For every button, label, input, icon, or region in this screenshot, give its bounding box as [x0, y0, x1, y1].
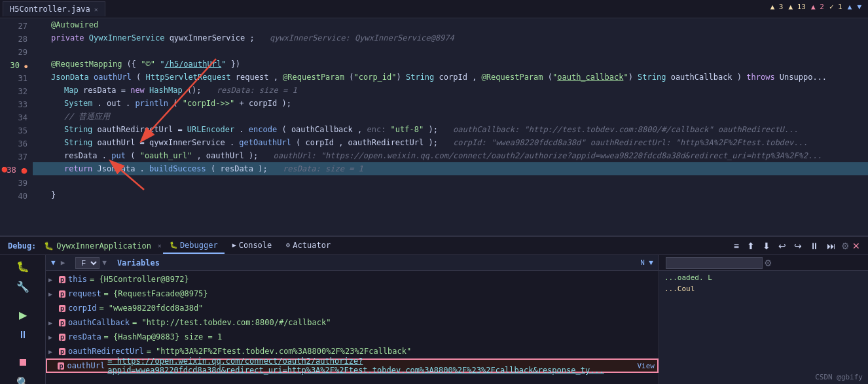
line-28: 28 [0, 33, 27, 46]
line-36: 36 [0, 137, 27, 150]
nav-up-icon[interactable]: ▲ [848, 3, 852, 11]
code-line-37: resData . put ( "oauth_url" , oauthUrl )… [33, 149, 868, 162]
var-row-this[interactable]: ▶ p this = {H5Controller@8972} [46, 272, 659, 287]
line-38-breakpoint: 38 🔴 [0, 164, 27, 177]
right-panel-settings[interactable]: ⚙ [764, 258, 772, 268]
var-icon-oauthurl: p [58, 362, 64, 370]
console-tab[interactable]: ▶ Console [226, 238, 279, 254]
debug-panel: Debug: 🐛 QywxInnerApplication ✕ 🐛 Debugg… [0, 236, 868, 384]
code-line-35: String oauthRedirectUrl = URLEncoder . e… [33, 123, 868, 136]
code-line-27: @Autowired [33, 18, 868, 31]
editor-area: H5Controller.java ✕ ▲ 3 ▲ 13 ▲ 2 ✓ 1 ▲ ▼… [0, 0, 868, 236]
debug-close-btn[interactable]: ✕ [852, 241, 860, 251]
debug-label: Debug: [3, 241, 41, 251]
debug-step-into-btn[interactable]: ⬇ [760, 239, 773, 253]
actuator-label: Actuator [293, 241, 331, 250]
code-line-34: // 普通应用 [33, 110, 868, 123]
var-row-corpid[interactable]: p corpId = "wwea98220fdcd8a38d" [46, 301, 659, 315]
warning-count-2: ▲ 13 [789, 3, 806, 11]
debug-resume-btn[interactable]: ≡ [731, 239, 742, 253]
var-icon-oauthcallback: p [59, 319, 65, 326]
var-expand-request[interactable]: ▶ [48, 290, 56, 298]
code-line-28: private QywxInnerService qywxInnerServic… [33, 31, 868, 44]
var-icon-request: p [59, 290, 65, 298]
debug-right-content: ...oaded. L ...Coul [659, 271, 868, 384]
search-input[interactable] [669, 259, 759, 267]
app-tab-close[interactable]: ✕ [158, 242, 162, 249]
line-27: 27 [0, 20, 27, 33]
var-row-request[interactable]: ▶ p request = {RequestFacade@8975} [46, 287, 659, 301]
line-29: 29 [0, 46, 27, 59]
var-row-oauthurl[interactable]: p oauthUrl = https://open.weixin.qq.com/… [46, 358, 659, 373]
line-30: 30 ● [0, 59, 27, 72]
variables-panel: ▼ ▶ F ▼ Variables N ▼ ▶ p this = {H5Cont [46, 255, 659, 384]
filter-row: F ▼ [70, 256, 112, 270]
sidebar-tool-icon[interactable]: 🔧 [1, 278, 44, 296]
code-line-36: String oauthUrl = qywxInnerService . get… [33, 136, 868, 149]
debugger-label: Debugger [180, 241, 218, 250]
debugger-icon: 🐛 [170, 241, 177, 249]
debug-step-out-btn[interactable]: ↩ [776, 239, 789, 253]
csdn-watermark: CSDN @gbify [815, 373, 863, 381]
sidebar-unknown-btn[interactable]: 🔍 [1, 374, 44, 384]
sidebar-debug-icon[interactable]: 🐛 [1, 258, 44, 275]
filter-label: ▼ [102, 258, 107, 267]
debug-right-header: ⚙ [659, 255, 868, 271]
sidebar-pause-btn[interactable]: ⏸ [1, 326, 44, 343]
code-line-38: return JsonData . buildSuccess ( resData… [33, 162, 868, 175]
code-container: 27 28 29 30 ● 31 32 33 34 35 36 37 38 🔴 … [0, 18, 868, 236]
line-33: 33 [0, 98, 27, 111]
variables-list: ▶ p this = {H5Controller@8972} ▶ p reque… [46, 271, 659, 384]
debug-frames-btn[interactable]: ⏭ [824, 239, 839, 253]
filter-select[interactable]: F [75, 257, 99, 269]
code-line-32: Map resData = new HashMap (); resData: s… [33, 84, 868, 97]
line-39: 39 [0, 177, 27, 190]
actuator-icon: ⚙ [286, 241, 290, 249]
variables-more-btn[interactable]: N ▼ [640, 258, 653, 267]
nav-down-icon[interactable]: ▼ [857, 3, 861, 11]
debug-left-sidebar: 🐛 🔧 ▶ ⏸ ⏹ 🔍 oauthy [0, 255, 46, 384]
right-arrow[interactable]: ▶ [61, 258, 65, 267]
code-line-33: System . out . println ( "corpId->>" + c… [33, 97, 868, 110]
var-expand-corpid [48, 305, 56, 312]
warning-count-1: ▲ 3 [770, 3, 784, 11]
console-label: Console [239, 241, 272, 250]
var-row-oauthcallback[interactable]: ▶ p oauthCallback = "http://test.tobdev.… [46, 315, 659, 330]
line-40: 40 [0, 190, 27, 203]
var-row-resdata[interactable]: ▶ p resData = {HashMap@9883} size = 1 [46, 330, 659, 344]
code-line-29 [33, 44, 868, 58]
tab-label: H5Controller.java [10, 5, 90, 14]
check-count: ✓ 1 [829, 3, 842, 11]
actuator-tab[interactable]: ⚙ Actuator [280, 238, 337, 254]
debug-toolbar: ≡ ⬆ ⬇ ↩ ↪ ⏸ ⏭ ⚙ ✕ [731, 239, 865, 253]
var-icon-this: p [59, 276, 65, 283]
error-count: ▲ 2 [811, 3, 824, 11]
var-view-oauthurl[interactable]: View [638, 362, 655, 370]
editor-tab-bar: H5Controller.java ✕ ▲ 3 ▲ 13 ▲ 2 ✓ 1 ▲ ▼ [0, 0, 868, 18]
line-32: 32 [0, 85, 27, 98]
loaded-text: ...oaded. L [664, 273, 863, 282]
var-expand-this[interactable]: ▶ [48, 276, 56, 283]
sidebar-stop-btn[interactable]: ⏹ [1, 354, 44, 371]
debug-run-cursor-btn[interactable]: ↪ [791, 239, 805, 253]
debug-tab-bar: Debug: 🐛 QywxInnerApplication ✕ 🐛 Debugg… [0, 237, 868, 255]
code-line-31: JsonData oauthUrl ( HttpServletRequest r… [33, 71, 868, 84]
var-expand-oauthcallback[interactable]: ▶ [48, 319, 56, 326]
sidebar-play-btn[interactable]: ▶ [1, 306, 44, 324]
var-icon-oauthredir: p [59, 348, 65, 355]
editor-tab-h5controller[interactable]: H5Controller.java ✕ [3, 1, 105, 16]
var-expand-resdata[interactable]: ▶ [48, 334, 56, 341]
debugger-tab[interactable]: 🐛 Debugger [163, 238, 225, 254]
debug-evaluate-btn[interactable]: ⏸ [807, 239, 822, 253]
variables-header: ▼ ▶ F ▼ Variables N ▼ [46, 255, 659, 271]
tab-close-icon[interactable]: ✕ [94, 6, 98, 13]
expand-arrow[interactable]: ▼ [51, 258, 56, 267]
debug-settings-btn[interactable]: ⚙ [841, 241, 850, 251]
app-tab-label[interactable]: QywxInnerApplication [56, 241, 151, 251]
debug-step-over-btn[interactable]: ⬆ [744, 239, 757, 253]
var-expand-oauthredir[interactable]: ▶ [48, 348, 56, 355]
code-line-40: } [33, 188, 868, 201]
search-box[interactable] [666, 257, 763, 269]
var-icon-corpid: p [59, 305, 65, 312]
line-31: 31 [0, 72, 27, 85]
